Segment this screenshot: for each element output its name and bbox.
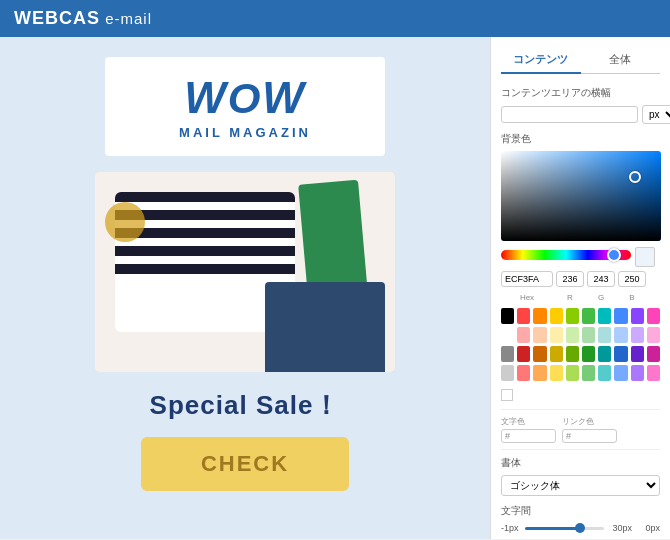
text-color-group: 文字色 #	[501, 416, 556, 443]
tab-all[interactable]: 全体	[581, 47, 661, 73]
palette-swatch[interactable]	[566, 365, 579, 381]
palette-swatch[interactable]	[631, 365, 644, 381]
palette-swatch[interactable]	[533, 346, 546, 362]
font-select-row: ゴシック体	[501, 475, 660, 496]
link-color-input[interactable]: #	[562, 429, 617, 443]
g-input[interactable]	[587, 271, 615, 287]
palette-swatch[interactable]	[647, 308, 660, 324]
palette-swatch[interactable]	[631, 346, 644, 362]
hue-slider	[607, 248, 621, 262]
palette-swatch[interactable]	[533, 308, 546, 324]
bg-color-label: 背景色	[501, 132, 660, 146]
color-swatch-preview	[635, 247, 655, 267]
palette-swatch[interactable]	[598, 308, 611, 324]
hex-rgb-row	[501, 271, 660, 287]
blue-jeans	[265, 282, 385, 372]
mail-magazin-label: MAIL MAGAZIN	[135, 125, 355, 140]
palette-swatch[interactable]	[582, 327, 595, 343]
palette-swatch[interactable]	[517, 365, 530, 381]
palette-swatch[interactable]	[614, 308, 627, 324]
palette-swatch[interactable]	[582, 308, 595, 324]
palette-swatch[interactable]	[501, 365, 514, 381]
email-preview-area: WOW MAIL MAGAZIN Special Sale！ CHECK	[0, 37, 490, 539]
stripe-5	[115, 264, 295, 274]
palette-swatch[interactable]	[550, 346, 563, 362]
palette-swatch[interactable]	[647, 327, 660, 343]
font-section: 書体 ゴシック体	[501, 456, 660, 496]
palette-swatch[interactable]	[566, 308, 579, 324]
palette-swatch[interactable]	[517, 327, 530, 343]
palette-swatch[interactable]	[582, 365, 595, 381]
palette-swatch[interactable]	[550, 327, 563, 343]
r-input[interactable]	[556, 271, 584, 287]
hex-label: Hex	[501, 293, 553, 302]
link-color-value[interactable]	[573, 431, 613, 441]
palette-swatch[interactable]	[614, 327, 627, 343]
text-color-input[interactable]: #	[501, 429, 556, 443]
palette-swatch[interactable]	[566, 346, 579, 362]
divider-2	[501, 449, 660, 450]
palette-swatch[interactable]	[517, 346, 530, 362]
accessory	[105, 202, 145, 242]
palette-swatch[interactable]	[614, 346, 627, 362]
hex-input[interactable]	[501, 271, 553, 287]
hash-1: #	[505, 431, 510, 441]
panel-tabs: コンテンツ 全体	[501, 47, 660, 74]
stripe-1	[115, 192, 295, 202]
color-text-row: 文字色 # リンク色 #	[501, 416, 660, 443]
spacing-slider[interactable]	[525, 527, 604, 530]
palette-swatch[interactable]	[501, 346, 514, 362]
fashion-image	[95, 172, 395, 372]
app-header: WEBCAS e-mail	[0, 0, 670, 37]
check-button[interactable]: CHECK	[141, 437, 349, 491]
logo-text-webcas: WEBCAS	[14, 8, 100, 28]
color-gradient-box[interactable]	[501, 151, 661, 241]
color-picker-area: Hex R G B	[501, 151, 660, 401]
b-input[interactable]	[618, 271, 646, 287]
palette-swatch[interactable]	[517, 308, 530, 324]
link-color-label: リンク色	[562, 416, 617, 427]
transparent-checkbox[interactable]	[501, 389, 513, 401]
palette-swatch[interactable]	[647, 365, 660, 381]
font-select[interactable]: ゴシック体	[501, 475, 660, 496]
palette-swatch[interactable]	[598, 327, 611, 343]
palette-swatch[interactable]	[631, 327, 644, 343]
palette-swatch[interactable]	[501, 308, 514, 324]
b-label: B	[618, 293, 646, 302]
palette-swatch[interactable]	[631, 308, 644, 324]
palette-swatch[interactable]	[533, 327, 546, 343]
content-width-unit-select[interactable]: px	[642, 105, 670, 124]
palette-swatch[interactable]	[550, 365, 563, 381]
palette-swatch[interactable]	[550, 308, 563, 324]
spacing-label: 文字間	[501, 504, 660, 518]
palette-swatch[interactable]	[582, 346, 595, 362]
tab-content[interactable]: コンテンツ	[501, 47, 581, 74]
hue-bar[interactable]	[501, 250, 631, 260]
email-logo-box: WOW MAIL MAGAZIN	[105, 57, 385, 156]
text-color-label: 文字色	[501, 416, 556, 427]
g-label: G	[587, 293, 615, 302]
palette-swatch[interactable]	[566, 327, 579, 343]
palette-swatch[interactable]	[533, 365, 546, 381]
logo-text-email: e-mail	[100, 10, 152, 27]
palette-swatch[interactable]	[598, 346, 611, 362]
content-width-input[interactable]	[501, 106, 638, 123]
palette-swatch[interactable]	[501, 327, 514, 343]
spacing-row: -1px 30px 0px	[501, 523, 660, 533]
text-color-value[interactable]	[512, 431, 552, 441]
spacing-min: -1px	[501, 523, 521, 533]
palette-swatch[interactable]	[647, 346, 660, 362]
slider-thumb	[575, 523, 585, 533]
main-layout: WOW MAIL MAGAZIN Special Sale！ CHECK	[0, 37, 670, 539]
palette-row-4	[501, 365, 660, 381]
spacing-value: 30px	[608, 523, 632, 533]
gradient-dark	[501, 151, 661, 241]
palette-row-3	[501, 346, 660, 362]
color-cursor	[629, 171, 641, 183]
content-width-row: px	[501, 105, 660, 124]
palette-row-2	[501, 327, 660, 343]
palette-swatch[interactable]	[598, 365, 611, 381]
r-label: R	[556, 293, 584, 302]
content-width-label: コンテンツエリアの横幅	[501, 86, 660, 100]
palette-swatch[interactable]	[614, 365, 627, 381]
